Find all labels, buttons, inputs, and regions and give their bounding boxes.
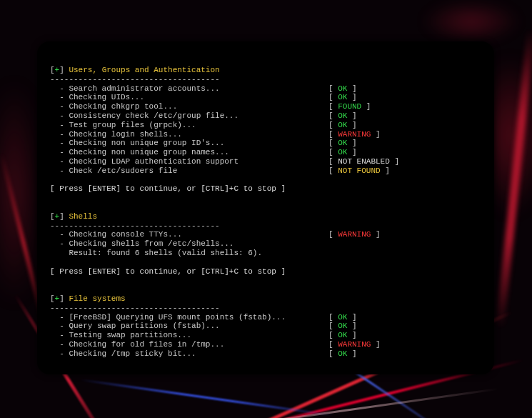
- check-label: - Query swap partitions (fstab)...: [50, 322, 328, 331]
- check-label: - Search administrator accounts...: [50, 84, 328, 94]
- status-bracket-open: [: [328, 230, 338, 239]
- status-value: OK: [338, 349, 347, 359]
- status-bracket-open: [: [328, 166, 338, 176]
- status-bracket-open: [: [328, 322, 338, 331]
- check-label: - Checking LDAP authentication support: [50, 157, 328, 166]
- status-bracket-close: ]: [347, 139, 356, 148]
- status-bracket-close: ]: [347, 313, 356, 322]
- section-header: [+] Shells: [50, 212, 481, 222]
- check-label: - Checking UIDs...: [50, 93, 328, 102]
- status-bracket-close: ]: [347, 148, 356, 157]
- status-bracket-open: [: [328, 139, 338, 148]
- section-title: Users, Groups and Authentication: [69, 66, 219, 74]
- status-value: WARNING: [338, 340, 371, 349]
- status-bracket-open: [: [328, 93, 338, 102]
- check-row: Result: found 6 shells (valid shells: 6)…: [50, 249, 481, 258]
- check-label: - Checking login shells...: [50, 130, 328, 139]
- status-bracket-open: [: [328, 111, 338, 121]
- check-label: - Checking non unique group names...: [50, 148, 328, 157]
- section-marker: [+]: [50, 294, 69, 303]
- status-bracket-close: ]: [347, 349, 356, 359]
- check-label: - Checking shells from /etc/shells...: [50, 239, 328, 249]
- status-value: OK: [338, 84, 347, 94]
- status-bracket-open: [: [328, 349, 338, 359]
- status-bracket-close: ]: [347, 121, 356, 130]
- status-value: OK: [338, 313, 347, 322]
- status-bracket-close: ]: [371, 130, 380, 139]
- status-bracket-close: ]: [361, 102, 371, 111]
- section-title: Shells: [69, 212, 97, 221]
- check-label: - Check /etc/sudoers file: [50, 166, 328, 176]
- check-row: - Checking non unique group ID's...[ OK …: [50, 139, 481, 148]
- check-label: - [FreeBSD] Querying UFS mount points (f…: [50, 313, 328, 322]
- check-label: - Test group files (grpck)...: [50, 121, 328, 130]
- terminal-window[interactable]: [+] Users, Groups and Authentication----…: [37, 41, 494, 374]
- check-label: - Checking for old files in /tmp...: [50, 340, 328, 349]
- status-bracket-open: [: [328, 84, 338, 94]
- section-divider: ------------------------------------: [50, 75, 481, 84]
- status-bracket-open: [: [328, 130, 338, 139]
- check-row: - Test group files (grpck)...[ OK ]: [50, 121, 481, 130]
- check-row: - [FreeBSD] Querying UFS mount points (f…: [50, 313, 481, 322]
- check-row: - Checking for old files in /tmp...[ WAR…: [50, 340, 481, 349]
- check-label: Result: found 6 shells (valid shells: 6)…: [50, 249, 328, 258]
- status-value: OK: [338, 111, 347, 121]
- check-row: - Checking /tmp sticky bit...[ OK ]: [50, 349, 481, 359]
- check-row: - Checking chkgrp tool...[ FOUND ]: [50, 102, 481, 111]
- check-row: - Testing swap partitions...[ OK ]: [50, 331, 481, 340]
- check-row: - Checking shells from /etc/shells...: [50, 239, 481, 249]
- section-header: [+] Users, Groups and Authentication: [50, 66, 481, 75]
- status-bracket-close: ]: [371, 340, 380, 349]
- status-bracket-open: [: [328, 148, 338, 157]
- status-value: OK: [338, 322, 347, 331]
- section-divider: ------------------------------------: [50, 222, 481, 231]
- status-bracket-close: ]: [347, 84, 356, 94]
- check-row: - Search administrator accounts...[ OK ]: [50, 84, 481, 94]
- check-row: - Query swap partitions (fstab)...[ OK ]: [50, 322, 481, 331]
- status-value: OK: [338, 148, 347, 157]
- status-value: NOT FOUND: [338, 166, 380, 176]
- check-row: - Checking non unique group names...[ OK…: [50, 148, 481, 157]
- status-bracket-open: [: [328, 157, 338, 166]
- status-bracket-close: ]: [347, 331, 356, 340]
- status-value: FOUND: [338, 102, 361, 111]
- status-bracket-open: [: [328, 313, 338, 322]
- check-label: - Consistency check /etc/group file...: [50, 111, 328, 121]
- check-row: - Checking login shells...[ WARNING ]: [50, 130, 481, 139]
- status-value: OK: [338, 121, 347, 130]
- check-label: - Checking /tmp sticky bit...: [50, 349, 328, 359]
- check-label: - Checking chkgrp tool...: [50, 102, 328, 111]
- continue-prompt[interactable]: [ Press [ENTER] to continue, or [CTRL]+C…: [50, 267, 481, 277]
- status-bracket-open: [: [328, 121, 338, 130]
- status-bracket-close: ]: [347, 93, 356, 102]
- status-bracket-open: [: [328, 331, 338, 340]
- check-row: - Consistency check /etc/group file...[ …: [50, 111, 481, 121]
- status-value: OK: [338, 331, 347, 340]
- status-value: NOT ENABLED: [338, 157, 390, 166]
- check-row: - Checking LDAP authentication support[ …: [50, 157, 481, 166]
- check-row: - Check /etc/sudoers file[ NOT FOUND ]: [50, 166, 481, 176]
- status-value: WARNING: [338, 130, 371, 139]
- status-bracket-close: ]: [347, 322, 356, 331]
- check-row: - Checking console TTYs...[ WARNING ]: [50, 230, 481, 239]
- continue-prompt[interactable]: [ Press [ENTER] to continue, or [CTRL]+C…: [50, 184, 481, 194]
- status-bracket-close: ]: [371, 230, 380, 239]
- check-row: - Checking UIDs...[ OK ]: [50, 93, 481, 102]
- status-value: OK: [338, 139, 347, 148]
- section-marker: [+]: [50, 212, 69, 221]
- status-bracket-close: ]: [347, 111, 356, 121]
- section-marker: [+]: [50, 66, 69, 74]
- status-value: WARNING: [338, 230, 371, 239]
- section-header: [+] File systems: [50, 294, 481, 304]
- status-bracket-open: [: [328, 102, 338, 111]
- status-bracket-close: ]: [390, 157, 399, 166]
- status-bracket-open: [: [328, 340, 338, 349]
- status-value: OK: [338, 93, 347, 102]
- section-divider: ------------------------------------: [50, 304, 481, 313]
- check-label: - Testing swap partitions...: [50, 331, 328, 340]
- check-label: - Checking console TTYs...: [50, 230, 328, 239]
- section-title: File systems: [69, 294, 125, 303]
- status-bracket-close: ]: [381, 166, 390, 176]
- check-label: - Checking non unique group ID's...: [50, 139, 328, 148]
